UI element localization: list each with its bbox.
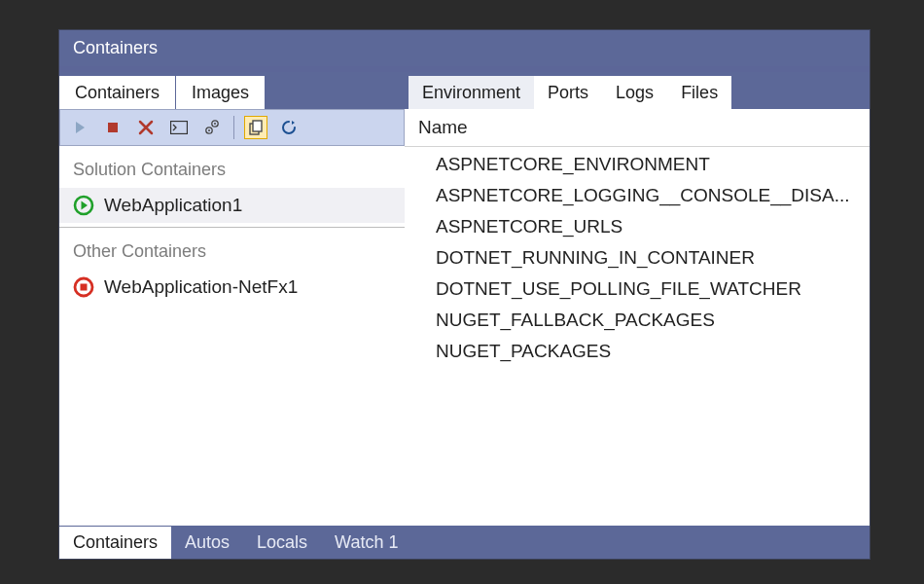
bottom-tab-watch1[interactable]: Watch 1: [321, 527, 411, 559]
svg-rect-10: [81, 284, 88, 291]
tab-images[interactable]: Images: [176, 76, 265, 109]
panel-title: Containers: [59, 30, 870, 66]
bottom-tool-tabs: Containers Autos Locals Watch 1: [59, 526, 870, 559]
env-var-row[interactable]: ASPNETCORE_LOGGING__CONSOLE__DISA...: [405, 180, 870, 211]
container-item-webapplication1[interactable]: WebApplication1: [59, 188, 405, 223]
terminal-icon: [170, 121, 188, 134]
bottom-tab-autos[interactable]: Autos: [171, 527, 243, 559]
env-list: ASPNETCORE_ENVIRONMENT ASPNETCORE_LOGGIN…: [405, 147, 870, 367]
refresh-button[interactable]: [277, 116, 301, 139]
terminal-button[interactable]: [167, 116, 191, 139]
stop-button[interactable]: [101, 116, 124, 139]
tab-ports[interactable]: Ports: [534, 76, 602, 109]
solution-containers-header: Solution Containers: [59, 146, 405, 188]
play-icon: [73, 121, 87, 134]
svg-rect-0: [108, 123, 118, 132]
env-var-row[interactable]: ASPNETCORE_URLS: [405, 211, 870, 242]
stop-circle-icon: [73, 276, 94, 298]
env-var-row[interactable]: ASPNETCORE_ENVIRONMENT: [405, 149, 870, 180]
start-button[interactable]: [68, 116, 91, 139]
env-var-row[interactable]: DOTNET_USE_POLLING_FILE_WATCHER: [405, 274, 870, 305]
copy-icon: [247, 119, 265, 136]
details-pane: Environment Ports Logs Files Name ASPNET…: [405, 72, 870, 526]
stop-icon: [106, 121, 120, 134]
remove-button[interactable]: [134, 116, 158, 139]
tab-files[interactable]: Files: [667, 76, 731, 109]
bottom-tab-locals[interactable]: Locals: [243, 527, 321, 559]
tab-environment[interactable]: Environment: [409, 76, 534, 109]
gear-icon: [203, 119, 221, 136]
containers-toolbar: [59, 109, 405, 146]
svg-rect-7: [253, 121, 262, 131]
containers-panel: Containers Containers Images: [58, 29, 871, 560]
svg-point-5: [214, 123, 216, 125]
play-circle-icon: [73, 195, 94, 216]
settings-button[interactable]: [200, 116, 224, 139]
env-column-header-name[interactable]: Name: [405, 109, 870, 147]
env-var-row[interactable]: NUGET_FALLBACK_PACKAGES: [405, 305, 870, 336]
container-item-label: WebApplication-NetFx1: [104, 276, 298, 298]
env-var-row[interactable]: NUGET_PACKAGES: [405, 336, 870, 367]
close-icon: [138, 120, 154, 135]
svg-point-3: [208, 129, 210, 131]
copy-button[interactable]: [244, 116, 267, 139]
toolbar-divider: [233, 116, 234, 139]
tab-logs[interactable]: Logs: [602, 76, 667, 109]
container-item-webapplication-netfx1[interactable]: WebApplication-NetFx1: [59, 270, 405, 305]
env-var-row[interactable]: DOTNET_RUNNING_IN_CONTAINER: [405, 242, 870, 274]
tab-containers[interactable]: Containers: [59, 76, 175, 109]
refresh-icon: [280, 119, 298, 136]
bottom-tab-containers[interactable]: Containers: [59, 527, 171, 559]
other-containers-header: Other Containers: [59, 228, 405, 270]
details-tabs: Environment Ports Logs Files: [405, 72, 870, 109]
svg-rect-1: [171, 122, 188, 134]
panel-body: Containers Images: [59, 72, 870, 526]
container-item-label: WebApplication1: [104, 195, 242, 216]
containers-list-pane: Containers Images: [59, 72, 405, 526]
left-tabs: Containers Images: [59, 72, 405, 109]
